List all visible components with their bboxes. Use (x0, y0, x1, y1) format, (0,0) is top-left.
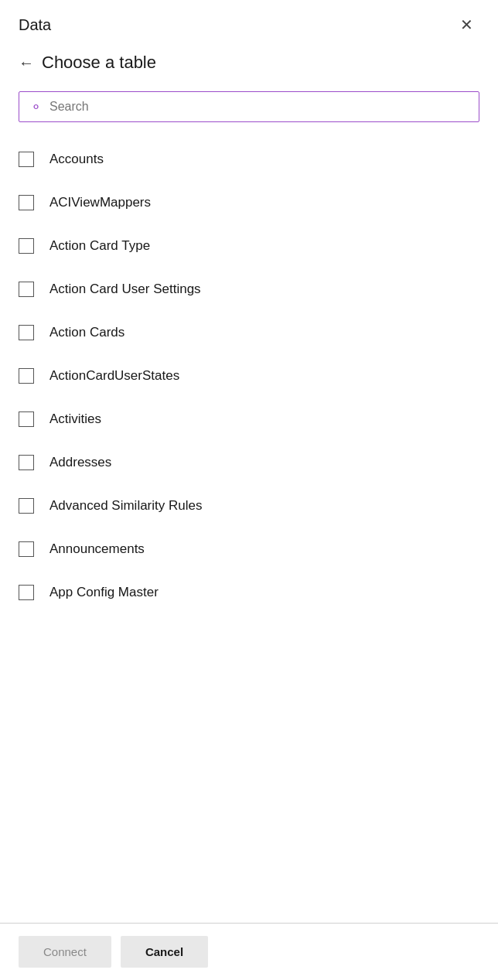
close-button[interactable]: ✕ (454, 14, 479, 36)
table-item[interactable]: ActionCardUserStates (0, 354, 498, 398)
table-item-checkbox[interactable] (19, 368, 34, 384)
table-item[interactable]: Accounts (0, 138, 498, 181)
table-item-checkbox[interactable] (19, 238, 34, 254)
table-item-label: Action Cards (49, 325, 124, 340)
panel-title: Data (19, 16, 51, 34)
table-item[interactable]: Action Card User Settings (0, 268, 498, 311)
table-item-checkbox[interactable] (19, 585, 34, 600)
table-item-checkbox[interactable] (19, 541, 34, 557)
search-icon: ⚬ (30, 100, 42, 114)
panel: Data ✕ ← Choose a table ⚬ AccountsACIVie… (0, 0, 498, 980)
choose-table-title: Choose a table (42, 53, 156, 73)
table-item-label: Accounts (49, 152, 104, 167)
table-item-checkbox[interactable] (19, 325, 34, 340)
table-item-label: Action Card User Settings (49, 282, 201, 297)
table-item-label: Action Card Type (49, 238, 150, 254)
table-item-label: Addresses (49, 455, 111, 470)
panel-header: Data ✕ (0, 0, 498, 46)
table-item-checkbox[interactable] (19, 152, 34, 167)
table-item[interactable]: Advanced Similarity Rules (0, 484, 498, 528)
table-item-label: Announcements (49, 541, 145, 557)
cancel-button[interactable]: Cancel (121, 936, 208, 968)
table-item-checkbox[interactable] (19, 195, 34, 210)
connect-button[interactable]: Connect (19, 936, 111, 968)
table-list: AccountsACIViewMappersAction Card TypeAc… (0, 138, 498, 923)
table-item[interactable]: Addresses (0, 441, 498, 484)
search-input[interactable] (49, 100, 468, 114)
search-container: ⚬ (19, 91, 479, 122)
table-item-label: ActionCardUserStates (49, 368, 179, 384)
table-item-checkbox[interactable] (19, 455, 34, 470)
table-item[interactable]: Announcements (0, 528, 498, 571)
back-header: ← Choose a table (0, 46, 498, 85)
table-item-label: App Config Master (49, 585, 159, 600)
table-item-label: Activities (49, 411, 101, 427)
table-item-label: ACIViewMappers (49, 195, 151, 210)
footer: Connect Cancel (0, 923, 498, 980)
table-item[interactable]: ACIViewMappers (0, 181, 498, 224)
table-item[interactable]: Action Cards (0, 311, 498, 354)
table-item[interactable]: Action Card Type (0, 224, 498, 268)
table-item[interactable]: Activities (0, 398, 498, 441)
table-item-label: Advanced Similarity Rules (49, 498, 202, 514)
table-item-checkbox[interactable] (19, 282, 34, 297)
table-item-checkbox[interactable] (19, 498, 34, 514)
table-item[interactable]: App Config Master (0, 571, 498, 614)
table-item-checkbox[interactable] (19, 411, 34, 427)
back-arrow-icon[interactable]: ← (19, 54, 34, 72)
